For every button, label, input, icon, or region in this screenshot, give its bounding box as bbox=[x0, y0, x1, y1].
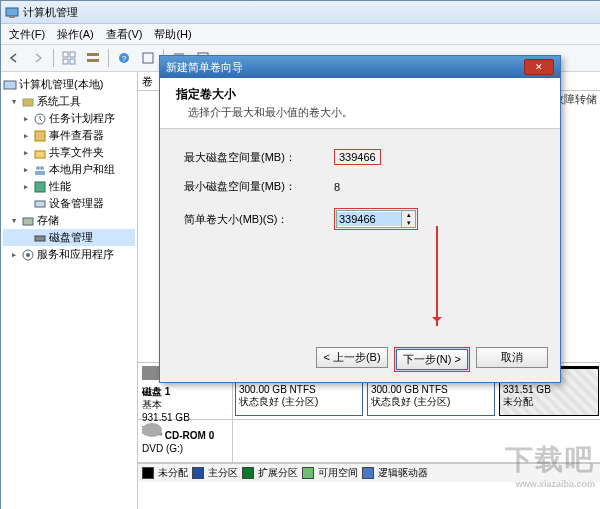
svg-rect-13 bbox=[23, 99, 33, 106]
svg-rect-21 bbox=[35, 201, 45, 207]
nav-tree[interactable]: 计算机管理(本地) ▾系统工具 ▸任务计划程序 ▸事件查看器 ▸共享文件夹 ▸本… bbox=[1, 72, 138, 509]
tree-devmgr[interactable]: 设备管理器 bbox=[3, 195, 135, 212]
svg-point-17 bbox=[36, 166, 40, 170]
svg-rect-12 bbox=[4, 81, 16, 89]
disk-row-cd: CD-ROM 0 DVD (G:) bbox=[138, 420, 600, 463]
svg-rect-3 bbox=[70, 52, 75, 57]
min-space-label: 最小磁盘空间量(MB)： bbox=[184, 179, 334, 194]
svg-rect-15 bbox=[35, 131, 45, 141]
svg-rect-10 bbox=[143, 53, 153, 63]
svg-rect-1 bbox=[9, 16, 15, 18]
svg-rect-7 bbox=[87, 59, 99, 62]
menubar: 文件(F) 操作(A) 查看(V) 帮助(H) bbox=[1, 24, 600, 45]
close-icon[interactable]: ✕ bbox=[524, 59, 554, 75]
svg-point-18 bbox=[40, 166, 44, 170]
annotation-arrow bbox=[436, 226, 438, 326]
tree-users[interactable]: ▸本地用户和组 bbox=[3, 161, 135, 178]
legend: 未分配 主分区 扩展分区 可用空间 逻辑驱动器 bbox=[138, 463, 600, 482]
volume-size-spinner[interactable]: ▴▾ bbox=[336, 210, 416, 228]
tree-diskmgmt[interactable]: 磁盘管理 bbox=[3, 229, 135, 246]
wizard-footer: < 上一步(B) 下一步(N) > 取消 bbox=[316, 347, 548, 372]
tree-systools[interactable]: ▾系统工具 bbox=[3, 93, 135, 110]
tree-storage[interactable]: ▾存储 bbox=[3, 212, 135, 229]
new-simple-volume-wizard: 新建简单卷向导 ✕ 指定卷大小 选择介于最大和最小值的卷大小。 最大磁盘空间量(… bbox=[159, 55, 561, 383]
forward-button[interactable] bbox=[27, 47, 49, 69]
svg-rect-5 bbox=[70, 59, 75, 64]
spin-up-icon[interactable]: ▴ bbox=[401, 211, 415, 219]
menu-file[interactable]: 文件(F) bbox=[3, 27, 51, 42]
cdrom-info[interactable]: CD-ROM 0 DVD (G:) bbox=[138, 420, 233, 462]
svg-rect-23 bbox=[35, 236, 45, 241]
wizard-step-title: 指定卷大小 bbox=[176, 87, 236, 101]
tree-perf[interactable]: ▸性能 bbox=[3, 178, 135, 195]
wizard-step-desc: 选择介于最大和最小值的卷大小。 bbox=[176, 105, 544, 120]
wizard-titlebar[interactable]: 新建简单卷向导 ✕ bbox=[160, 56, 560, 78]
max-space-value: 339466 bbox=[334, 149, 381, 165]
svg-text:?: ? bbox=[122, 54, 127, 63]
svg-rect-6 bbox=[87, 53, 99, 56]
svg-rect-2 bbox=[63, 52, 68, 57]
svg-rect-4 bbox=[63, 59, 68, 64]
cancel-button[interactable]: 取消 bbox=[476, 347, 548, 368]
refresh-button[interactable] bbox=[137, 47, 159, 69]
app-icon bbox=[5, 5, 19, 19]
tree-root[interactable]: 计算机管理(本地) bbox=[3, 76, 135, 93]
view1-button[interactable] bbox=[58, 47, 80, 69]
min-space-value: 8 bbox=[334, 181, 424, 193]
wizard-body: 最大磁盘空间量(MB)： 339466 最小磁盘空间量(MB)： 8 简单卷大小… bbox=[160, 129, 560, 264]
tree-scheduler[interactable]: ▸任务计划程序 bbox=[3, 110, 135, 127]
cdrom-icon bbox=[142, 423, 162, 437]
svg-point-25 bbox=[26, 253, 30, 257]
svg-rect-20 bbox=[35, 182, 45, 192]
menu-help[interactable]: 帮助(H) bbox=[148, 27, 197, 42]
wizard-header: 指定卷大小 选择介于最大和最小值的卷大小。 bbox=[160, 78, 560, 129]
disk-graphic-area: 磁盘 1 基本 931.51 GB 联机 新加卷 (H:) 300.00 GB … bbox=[138, 362, 600, 509]
svg-rect-22 bbox=[23, 218, 33, 225]
back-button[interactable]: < 上一步(B) bbox=[316, 347, 388, 368]
svg-rect-0 bbox=[6, 8, 18, 16]
window-title: 计算机管理 bbox=[23, 5, 78, 20]
volume-size-input[interactable] bbox=[337, 212, 401, 226]
back-button[interactable] bbox=[3, 47, 25, 69]
titlebar[interactable]: 计算机管理 bbox=[1, 1, 600, 24]
view2-button[interactable] bbox=[82, 47, 104, 69]
menu-action[interactable]: 操作(A) bbox=[51, 27, 100, 42]
computer-management-window: 计算机管理 文件(F) 操作(A) 查看(V) 帮助(H) ? 计算机管理(本地… bbox=[0, 0, 600, 509]
max-space-label: 最大磁盘空间量(MB)： bbox=[184, 150, 334, 165]
spin-down-icon[interactable]: ▾ bbox=[401, 219, 415, 227]
help-button[interactable]: ? bbox=[113, 47, 135, 69]
tree-shared[interactable]: ▸共享文件夹 bbox=[3, 144, 135, 161]
svg-rect-16 bbox=[35, 151, 45, 158]
tree-eventvwr[interactable]: ▸事件查看器 bbox=[3, 127, 135, 144]
next-button[interactable]: 下一步(N) > bbox=[396, 349, 468, 370]
svg-rect-19 bbox=[35, 171, 45, 175]
volume-size-label: 简单卷大小(MB)(S)： bbox=[184, 212, 334, 227]
tree-services[interactable]: ▸服务和应用程序 bbox=[3, 246, 135, 263]
menu-view[interactable]: 查看(V) bbox=[100, 27, 149, 42]
